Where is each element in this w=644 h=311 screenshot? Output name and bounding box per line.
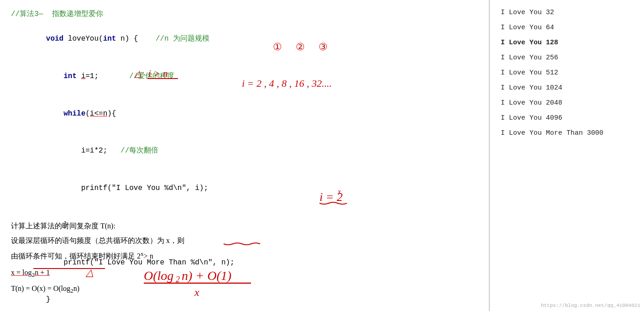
code-line-5: printf("I Love You %d\n", i);: [11, 169, 478, 207]
output-item-7: I Love You 4096: [501, 112, 633, 124]
exp-line1: 计算上述算法的时间复杂度 T(n):: [11, 219, 184, 233]
code-indent2: i=i*2;: [46, 147, 120, 155]
exp-formula1: x = log2n + 1: [11, 269, 50, 276]
code-indent1b: [46, 110, 63, 118]
output-item-6: I Love You 2048: [501, 97, 633, 109]
code-indent1: [46, 72, 63, 80]
code-line2-comment: //爱你的程度: [129, 72, 174, 80]
output-item-0: I Love You 32: [501, 6, 633, 19]
output-item-1: I Love You 64: [501, 21, 633, 34]
main-container: //算法3— 指数递增型爱你 void loveYou(int n) { //n…: [0, 0, 644, 311]
exp-line2: 设最深层循环的语句频度（总共循环的次数）为 x，则: [11, 233, 184, 248]
code-param: n) {: [116, 35, 155, 43]
exp-formula2: T(n) = O(x) = O(log2n): [11, 281, 184, 297]
code-func: loveYou(: [68, 35, 103, 43]
exp-formula-line: x = log2n + 1: [11, 265, 184, 281]
explanation-text: 计算上述算法的时间复杂度 T(n): 设最深层循环的语句频度（总共循环的次数）为…: [11, 219, 184, 297]
code-line-3: while(i<=n){: [11, 95, 478, 132]
watermark: https://blog.csdn.net/qq_41084021: [541, 303, 640, 308]
left-panel: //算法3— 指数递增型爱你 void loveYou(int n) { //n…: [0, 0, 489, 311]
code-line-1: void loveYou(int n) { //n 为问题规模: [11, 21, 478, 58]
code-ivar: i=1;: [77, 72, 129, 80]
code-printf1: printf("I Love You %d\n", i);: [46, 184, 208, 192]
keyword-while: while: [63, 110, 85, 118]
code-while-cond: (i<=n){: [85, 110, 116, 118]
output-item-8: I Love You More Than 3000: [501, 127, 633, 139]
explanation-section: 计算上述算法的时间复杂度 T(n): 设最深层循环的语句频度（总共循环的次数）为…: [11, 215, 184, 297]
keyword-int2: int: [63, 72, 77, 80]
code-line-4: i=i*2; //每次翻倍: [11, 132, 478, 170]
output-item-4: I Love You 512: [501, 67, 633, 79]
keyword-void: void: [46, 35, 68, 43]
code-comment-title: //算法3— 指数递增型爱你: [11, 8, 478, 21]
output-item-2: I Love You 128: [501, 37, 633, 49]
code-line1-comment: //n 为问题规模: [156, 35, 209, 43]
output-item-5: I Love You 1024: [501, 82, 633, 94]
code-line-2: int i=1; //爱你的程度: [11, 58, 478, 95]
code-line4-comment: //每次翻倍: [120, 147, 158, 155]
keyword-int: int: [103, 35, 116, 43]
output-item-3: I Love You 256: [501, 52, 633, 64]
right-panel: I Love You 32 I Love You 64 I Love You 1…: [489, 0, 644, 311]
exp-line3: 由循环条件可知，循环结束时刚好满足 2x> n: [11, 248, 184, 264]
